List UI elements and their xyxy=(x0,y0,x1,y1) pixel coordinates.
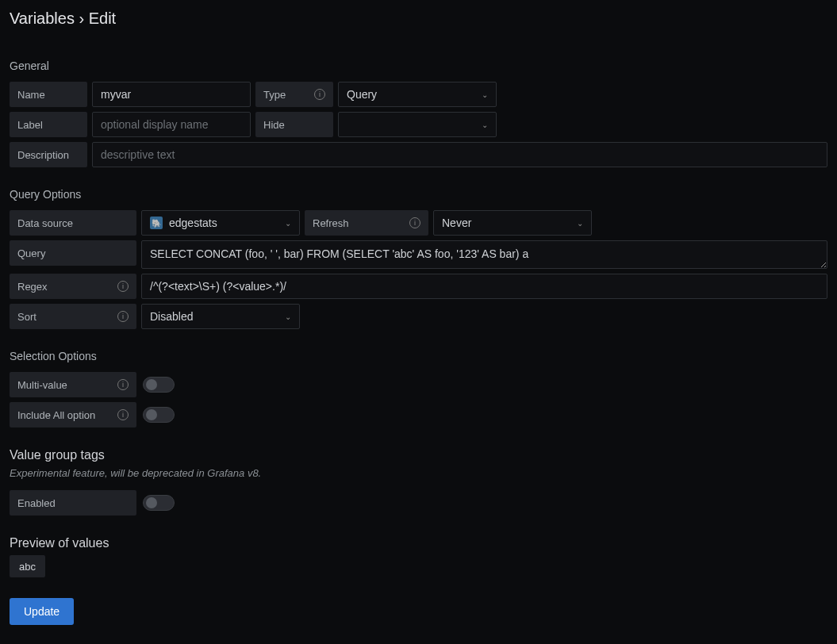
breadcrumb-root: Variables xyxy=(10,10,75,27)
section-general-title: General xyxy=(10,59,827,72)
info-icon[interactable]: i xyxy=(117,409,129,420)
section-general: General Name Type i Query ⌄ Label Hide ⌄… xyxy=(10,59,827,167)
info-icon[interactable]: i xyxy=(117,281,129,292)
page-title: Variables › Edit xyxy=(10,10,827,28)
chevron-down-icon: ⌄ xyxy=(482,90,488,99)
regex-input[interactable] xyxy=(141,274,827,299)
section-preview-title: Preview of values xyxy=(10,536,827,550)
info-icon[interactable]: i xyxy=(117,311,129,322)
refresh-label: Refresh i xyxy=(305,210,428,236)
section-selection-options-title: Selection Options xyxy=(10,350,827,362)
info-icon[interactable]: i xyxy=(117,379,129,390)
hide-select[interactable]: ⌄ xyxy=(338,112,497,137)
chevron-down-icon: ⌄ xyxy=(285,219,291,228)
value-group-tags-hint: Experimental feature, will be deprecated… xyxy=(10,467,827,479)
type-label: Type i xyxy=(255,82,333,107)
chevron-down-icon: ⌄ xyxy=(285,312,291,321)
postgres-icon: 🐘 xyxy=(150,217,163,229)
vgt-enabled-label: Enabled xyxy=(10,490,136,516)
refresh-select[interactable]: Never ⌄ xyxy=(433,210,592,236)
name-label: Name xyxy=(10,82,87,107)
section-query-options: Query Options Data source 🐘 edgestats ⌄ … xyxy=(10,188,827,329)
regex-label: Regex i xyxy=(10,274,136,299)
data-source-label: Data source xyxy=(10,210,136,236)
label-input[interactable] xyxy=(92,112,251,137)
include-all-label: Include All option i xyxy=(10,402,136,427)
sort-select[interactable]: Disabled ⌄ xyxy=(141,304,300,329)
hide-label: Hide xyxy=(255,112,333,137)
sort-label: Sort i xyxy=(10,304,136,329)
info-icon[interactable]: i xyxy=(409,217,420,228)
preview-value: abc xyxy=(10,555,45,577)
section-preview: Preview of values abc xyxy=(10,536,827,577)
chevron-down-icon: ⌄ xyxy=(577,219,583,228)
include-all-toggle[interactable] xyxy=(143,407,175,423)
section-query-options-title: Query Options xyxy=(10,188,827,201)
info-icon[interactable]: i xyxy=(314,89,325,100)
query-label: Query xyxy=(10,240,136,266)
vgt-enabled-toggle[interactable] xyxy=(143,495,175,511)
description-label: Description xyxy=(10,142,87,167)
type-select[interactable]: Query ⌄ xyxy=(338,82,497,107)
breadcrumb-sep: › xyxy=(75,10,89,27)
section-value-group-tags-title: Value group tags xyxy=(10,448,827,462)
chevron-down-icon: ⌄ xyxy=(482,121,488,129)
update-button[interactable]: Update xyxy=(10,598,74,625)
data-source-select[interactable]: 🐘 edgestats ⌄ xyxy=(141,210,300,236)
query-input[interactable] xyxy=(141,240,827,269)
label-label: Label xyxy=(10,112,87,137)
breadcrumb-current: Edit xyxy=(89,10,116,27)
section-value-group-tags: Value group tags Experimental feature, w… xyxy=(10,448,827,516)
multi-value-label: Multi-value i xyxy=(10,372,136,397)
description-input[interactable] xyxy=(92,142,827,167)
name-input[interactable] xyxy=(92,82,251,107)
multi-value-toggle[interactable] xyxy=(143,377,175,393)
section-selection-options: Selection Options Multi-value i Include … xyxy=(10,350,827,427)
